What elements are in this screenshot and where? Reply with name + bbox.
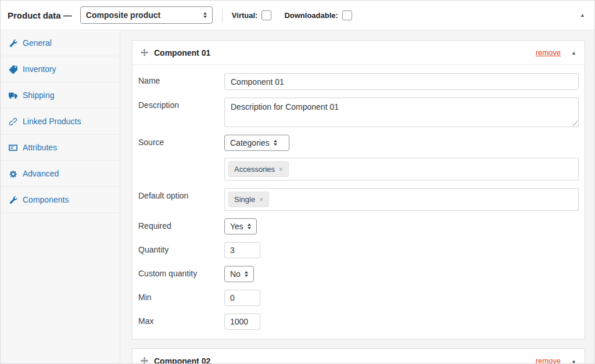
component-title: Component 02 — [154, 356, 210, 364]
custom-quantity-select[interactable]: No — [224, 266, 254, 282]
tag-remove-icon[interactable]: × — [259, 196, 263, 203]
remove-component-link[interactable]: remove — [536, 356, 561, 363]
tag-label: Accessories — [234, 165, 275, 174]
move-icon — [141, 357, 148, 363]
product-type-selected-value: Composite product — [86, 10, 199, 20]
custom-quantity-label: Custom quantity — [138, 266, 224, 278]
name-input[interactable] — [224, 73, 579, 90]
tab-general[interactable]: General — [1, 30, 120, 56]
quantity-input[interactable] — [224, 242, 260, 258]
tag-remove-icon[interactable]: × — [279, 166, 283, 173]
component-title: Component 01 — [154, 48, 210, 57]
description-row: Description Description for Component 01 — [132, 98, 585, 127]
component-toggle-arrow-icon[interactable]: ▲ — [571, 358, 576, 364]
tag-chip: Single × — [228, 192, 269, 207]
truck-icon — [9, 91, 17, 100]
tab-linked-products[interactable]: Linked Products — [1, 109, 120, 135]
metabox-collapse-arrow-icon[interactable]: ▲ — [580, 12, 585, 18]
source-row: Source Categories Accessories × — [132, 135, 585, 181]
source-label: Source — [138, 135, 224, 147]
default-option-row: Default option Single × — [132, 188, 585, 211]
wrench-icon — [9, 39, 17, 48]
drag-handle[interactable] — [141, 357, 148, 363]
header-divider — [222, 8, 223, 23]
component-02-header: Component 02 remove ▲ — [132, 349, 585, 363]
component-01-header: Component 01 remove ▲ — [132, 41, 585, 65]
custom-quantity-selected-value: No — [230, 269, 241, 279]
product-type-select[interactable]: Composite product — [80, 6, 213, 24]
custom-quantity-row: Custom quantity No — [132, 266, 585, 282]
required-selected-value: Yes — [230, 222, 243, 231]
wrench-icon — [9, 196, 17, 204]
tab-label: Shipping — [23, 91, 55, 100]
component-01-metabox: Component 01 remove ▲ Name — [132, 40, 585, 340]
tab-label: Advanced — [23, 169, 59, 178]
source-selected-value: Categories — [230, 138, 270, 147]
tab-label: Linked Products — [23, 117, 81, 126]
quantity-label: Quantity — [138, 242, 224, 254]
tab-components[interactable]: Components — [1, 187, 120, 213]
tab-attributes[interactable]: Attributes — [1, 135, 120, 161]
virtual-label: Virtual: — [232, 11, 258, 20]
select-spinner-icon — [248, 224, 251, 229]
tab-shipping[interactable]: Shipping — [1, 82, 120, 109]
source-tags-input[interactable]: Accessories × — [224, 158, 579, 181]
select-spinner-icon — [245, 271, 248, 277]
name-label: Name — [138, 73, 224, 85]
product-data-metabox: Product data — Composite product Virtual… — [0, 0, 595, 364]
virtual-checkbox[interactable] — [261, 10, 271, 20]
tag-label: Single — [234, 195, 255, 204]
tag-icon — [9, 65, 17, 74]
component-toggle-arrow-icon[interactable]: ▲ — [571, 50, 576, 56]
product-data-header: Product data — Composite product Virtual… — [1, 1, 594, 30]
required-label: Required — [138, 218, 224, 230]
downloadable-checkbox[interactable] — [342, 10, 352, 20]
product-data-tabs: General Inventory Shipping Linked Produc… — [1, 30, 120, 363]
source-select[interactable]: Categories — [224, 135, 289, 151]
quantity-row: Quantity — [132, 242, 585, 258]
max-label: Max — [138, 313, 224, 326]
description-textarea[interactable]: Description for Component 01 — [224, 98, 579, 127]
gear-icon — [9, 170, 17, 178]
remove-component-link[interactable]: remove — [536, 48, 561, 57]
tab-label: Attributes — [23, 143, 57, 152]
component-01-form: Name Description Description for Compone… — [132, 65, 585, 339]
required-select[interactable]: Yes — [224, 218, 257, 235]
tab-label: Inventory — [23, 64, 56, 74]
downloadable-label: Downloadable: — [284, 11, 338, 20]
tab-inventory[interactable]: Inventory — [1, 56, 120, 82]
required-row: Required Yes — [132, 218, 585, 235]
components-panel: Component 01 remove ▲ Name — [120, 30, 594, 363]
attributes-icon — [9, 143, 17, 152]
tab-advanced[interactable]: Advanced — [1, 161, 120, 187]
default-option-tags-input[interactable]: Single × — [224, 188, 579, 211]
max-input[interactable] — [224, 313, 260, 330]
link-icon — [9, 117, 17, 126]
min-label: Min — [138, 290, 224, 302]
drag-handle[interactable] — [141, 49, 148, 56]
component-02-metabox: Component 02 remove ▲ — [132, 348, 585, 363]
min-row: Min — [132, 290, 585, 306]
select-spinner-icon — [274, 140, 277, 146]
description-label: Description — [138, 98, 224, 110]
move-icon — [141, 49, 148, 56]
tag-chip: Accessories × — [228, 161, 289, 177]
max-row: Max — [132, 313, 585, 330]
min-input[interactable] — [224, 290, 260, 306]
page-title: Product data — — [8, 10, 72, 20]
name-row: Name — [132, 73, 585, 90]
tab-label: Components — [23, 195, 69, 204]
default-option-label: Default option — [138, 188, 224, 200]
tab-label: General — [23, 38, 52, 48]
select-spinner-icon — [203, 12, 207, 18]
